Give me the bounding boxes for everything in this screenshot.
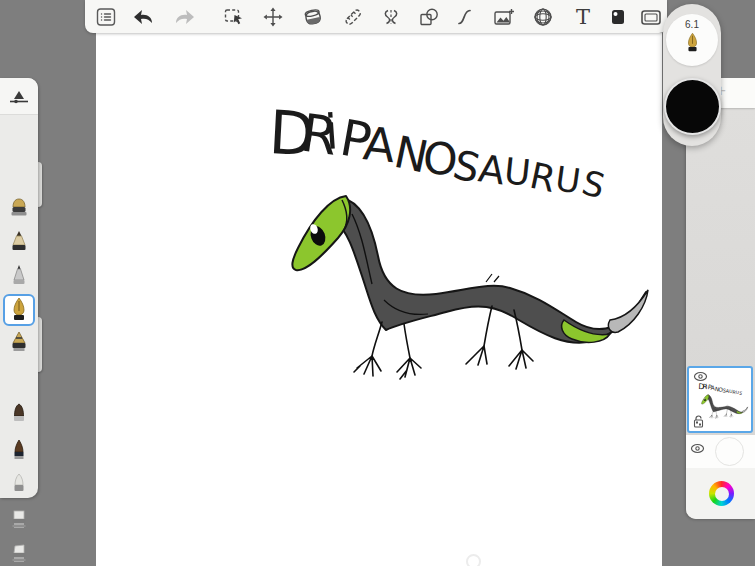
ruler-icon[interactable] <box>341 5 365 29</box>
symmetry-icon[interactable] <box>379 5 403 29</box>
color-swatch-icon[interactable] <box>606 5 630 29</box>
layer2-visibility-eye-icon[interactable] <box>690 443 705 454</box>
app-window: DRiPANOSAURUS <box>0 0 755 566</box>
drawing-canvas[interactable]: DRiPANOSAURUS <box>96 33 662 566</box>
brush-hud-capsule: 6.1 <box>663 4 721 146</box>
color-wheel-section <box>686 468 755 519</box>
tool-calligraphy-pen[interactable] <box>3 328 35 360</box>
tool-ballpoint-pen[interactable] <box>3 261 35 293</box>
brush-size-value: 6.1 <box>666 19 718 30</box>
brush-tool-strip <box>0 78 38 498</box>
top-toolbar: T <box>85 0 667 33</box>
tool-pastel-stick[interactable] <box>3 469 35 501</box>
shapes-icon[interactable] <box>417 5 441 29</box>
fill-bucket-icon[interactable] <box>301 5 325 29</box>
tool-airbrush-pen[interactable] <box>3 193 35 225</box>
dinosaur-drawing: DRiPANOSAURUS <box>96 33 662 566</box>
select-icon[interactable] <box>222 5 246 29</box>
layer-row-artwork[interactable] <box>687 366 753 433</box>
tool-pointed-brush[interactable] <box>3 436 35 468</box>
redo-icon[interactable] <box>173 5 197 29</box>
fountain-pen-icon <box>686 32 699 54</box>
layer1-visibility-eye-icon[interactable] <box>693 371 708 382</box>
mesh-sphere-icon[interactable] <box>531 5 555 29</box>
text-tool-glyph: T <box>576 6 590 28</box>
color-wheel-icon[interactable] <box>709 481 734 506</box>
layers-panel <box>686 108 755 519</box>
brush-size-indicator[interactable]: 6.1 <box>666 14 718 66</box>
layer1-alpha-lock-icon[interactable] <box>693 415 704 428</box>
curve-icon[interactable] <box>454 5 478 29</box>
import-image-icon[interactable] <box>492 5 516 29</box>
current-color-indicator[interactable] <box>664 78 721 135</box>
menu-list-icon[interactable] <box>94 5 118 29</box>
frame-icon[interactable] <box>639 5 663 29</box>
text-tool-icon[interactable]: T <box>571 5 595 29</box>
canvas-anchor-ring[interactable] <box>466 554 481 566</box>
tool-angled-marker[interactable] <box>3 539 35 566</box>
layer-row-background[interactable] <box>686 435 755 468</box>
move-icon[interactable] <box>261 5 285 29</box>
tool-pencil[interactable] <box>3 227 35 259</box>
tool-tip-settings[interactable] <box>3 82 35 114</box>
layer2-thumbnail <box>715 437 744 466</box>
canvas-title-drawing: DRiPANOSAURUS <box>267 97 609 206</box>
tool-fountain-pen[interactable] <box>3 294 35 326</box>
tool-round-brush[interactable] <box>3 400 35 432</box>
undo-icon[interactable] <box>131 5 155 29</box>
tool-flat-marker[interactable] <box>3 505 35 537</box>
